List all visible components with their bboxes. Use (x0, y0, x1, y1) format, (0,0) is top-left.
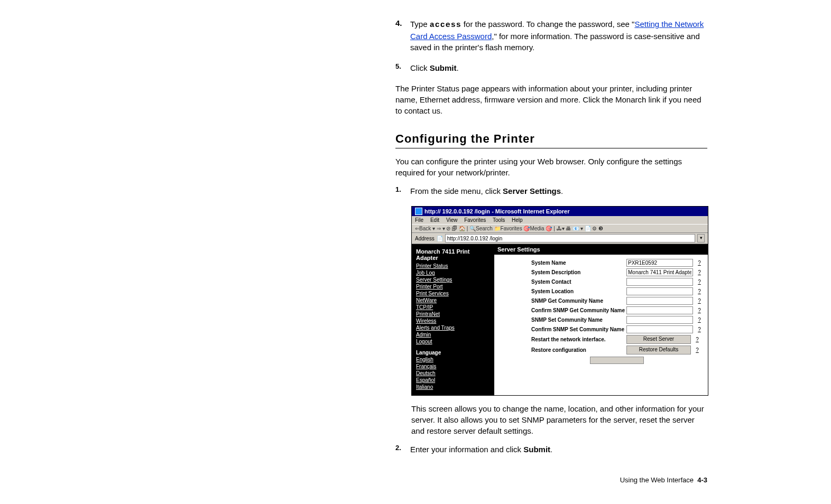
sidebar-item-logout[interactable]: Logout (416, 339, 490, 344)
menu-tools[interactable]: Tools (493, 217, 505, 223)
row-system-location: System Location ? (531, 287, 703, 295)
text: Enter your information and click (410, 445, 523, 454)
label: Restore configuration (531, 347, 626, 353)
screen-description-paragraph: This screen allows you to change the nam… (411, 403, 707, 436)
step-number: 4. (395, 18, 410, 53)
toolbar[interactable]: ⇐Back ▾ ⇒ ▾ ⊘ 🗐 🏠 | 🔍Search 📁Favorites 🎯… (412, 224, 708, 233)
row-system-contact: System Contact ? (531, 278, 703, 286)
submit-label: Submit (430, 63, 457, 72)
server-settings-label: Server Settings (503, 186, 561, 195)
divider (395, 148, 707, 148)
sidebar-item-job-log[interactable]: Job Log (416, 270, 490, 276)
sidebar-item-printer-port[interactable]: Printer Port (416, 284, 490, 290)
sidebar-item-alerts-traps[interactable]: Alerts and Traps (416, 325, 490, 331)
step-body: Click Submit. (410, 62, 459, 73)
submit-label: Submit (523, 445, 550, 454)
snmp-get-input[interactable] (626, 297, 693, 305)
lang-espanol[interactable]: Español (416, 377, 490, 383)
row-system-description: System Description ? (531, 268, 703, 276)
address-label: Address (415, 236, 435, 241)
step-number: 1. (395, 185, 410, 197)
help-icon[interactable]: ? (696, 307, 703, 313)
sidebar-item-wireless[interactable]: Wireless (416, 318, 490, 324)
menubar[interactable]: File Edit View Favorites Tools Help (412, 216, 708, 224)
sidebar-header: Monarch 7411 Print Adapter (416, 248, 490, 261)
system-name-input[interactable] (626, 259, 693, 267)
menu-favorites[interactable]: Favorites (464, 217, 486, 223)
submit-bar[interactable] (590, 357, 644, 364)
row-confirm-snmp-get: Confirm SNMP Get Community Name ? (531, 306, 703, 314)
help-icon[interactable]: ? (696, 317, 703, 323)
printer-status-paragraph: The Printer Status page appears with inf… (395, 83, 707, 116)
help-icon[interactable]: ? (696, 326, 703, 332)
footer-text: Using the Web Interface (620, 476, 694, 484)
sidebar: Monarch 7411 Print Adapter Printer Statu… (412, 244, 494, 395)
sidebar-item-admin[interactable]: Admin (416, 332, 490, 338)
step-number: 5. (395, 62, 410, 73)
text: Type (410, 20, 430, 29)
browser-window: http:// 192.0.0.192 /login - Microsoft I… (411, 206, 708, 396)
label: System Location (531, 288, 626, 294)
help-icon[interactable]: ? (696, 288, 703, 294)
password-text: access (430, 21, 461, 30)
step-number: 2. (395, 444, 410, 455)
restore-defaults-button[interactable]: Restore Defaults (626, 346, 691, 354)
sidebar-item-printranet[interactable]: PrintraNet (416, 311, 490, 317)
snmp-set-input[interactable] (626, 316, 693, 324)
text: From the side menu, click (410, 186, 503, 195)
help-icon[interactable]: ? (694, 337, 700, 342)
address-dropdown-icon[interactable]: ▾ (697, 234, 705, 242)
page-footer: Using the Web Interface 4-3 (395, 476, 707, 484)
sidebar-item-print-services[interactable]: Print Services (416, 291, 490, 296)
help-icon[interactable]: ? (696, 260, 703, 266)
sidebar-item-netware[interactable]: NetWare (416, 297, 490, 303)
page-number: 4-3 (697, 476, 707, 484)
help-icon[interactable]: ? (696, 298, 703, 304)
sidebar-item-server-settings[interactable]: Server Settings (416, 277, 490, 283)
menu-file[interactable]: File (415, 217, 423, 223)
confirm-snmp-set-input[interactable] (626, 325, 693, 333)
configure-paragraph: You can configure the printer using your… (395, 156, 707, 178)
lang-francais[interactable]: Français (416, 363, 490, 369)
step-body: Enter your information and click Submit. (410, 444, 552, 455)
menu-edit[interactable]: Edit (430, 217, 439, 223)
lang-english[interactable]: English (416, 357, 490, 362)
label: System Contact (531, 279, 626, 285)
main-panel: Server Settings System Name ? System Des… (494, 244, 708, 395)
ie-icon (415, 208, 422, 215)
step-1: 1. From the side menu, click Server Sett… (395, 185, 707, 197)
label: SNMP Get Community Name (531, 298, 626, 304)
window-title: http:// 192.0.0.192 /login - Microsoft I… (424, 208, 569, 214)
label: System Name (531, 260, 626, 266)
step-4: 4. Type access for the password. To chan… (395, 18, 707, 53)
sidebar-item-tcpip[interactable]: TCP/IP (416, 304, 490, 310)
label: Confirm SNMP Set Community Name (531, 326, 626, 332)
form-area: System Name ? System Description ? Syste… (494, 259, 708, 367)
sidebar-language-header: Language (416, 350, 490, 356)
system-location-input[interactable] (626, 287, 693, 295)
reset-server-button[interactable]: Reset Server (626, 335, 691, 344)
menu-help[interactable]: Help (512, 217, 523, 223)
lang-italiano[interactable]: Italiano (416, 384, 490, 390)
system-contact-input[interactable] (626, 278, 693, 286)
help-icon[interactable]: ? (696, 269, 703, 275)
label: Confirm SNMP Get Community Name (531, 307, 626, 313)
help-icon[interactable]: ? (696, 279, 703, 285)
help-icon[interactable]: ? (694, 347, 700, 353)
main-heading: Server Settings (494, 244, 708, 255)
confirm-snmp-get-input[interactable] (626, 306, 693, 314)
row-confirm-snmp-set: Confirm SNMP Set Community Name ? (531, 325, 703, 333)
address-bar: Address 📄 ▾ (412, 233, 708, 244)
label: Restart the network interface. (531, 337, 626, 342)
window-titlebar: http:// 192.0.0.192 /login - Microsoft I… (412, 207, 708, 216)
system-description-input[interactable] (626, 268, 693, 276)
sidebar-item-printer-status[interactable]: Printer Status (416, 263, 490, 269)
page-icon: 📄 (437, 236, 443, 241)
step-body: Type access for the password. To change … (410, 18, 707, 53)
address-input[interactable] (445, 234, 695, 242)
lang-deutsch[interactable]: Deutsch (416, 370, 490, 376)
step-5: 5. Click Submit. (395, 62, 707, 73)
menu-view[interactable]: View (446, 217, 458, 223)
row-snmp-get: SNMP Get Community Name ? (531, 297, 703, 305)
row-snmp-set: SNMP Set Community Name ? (531, 316, 703, 324)
